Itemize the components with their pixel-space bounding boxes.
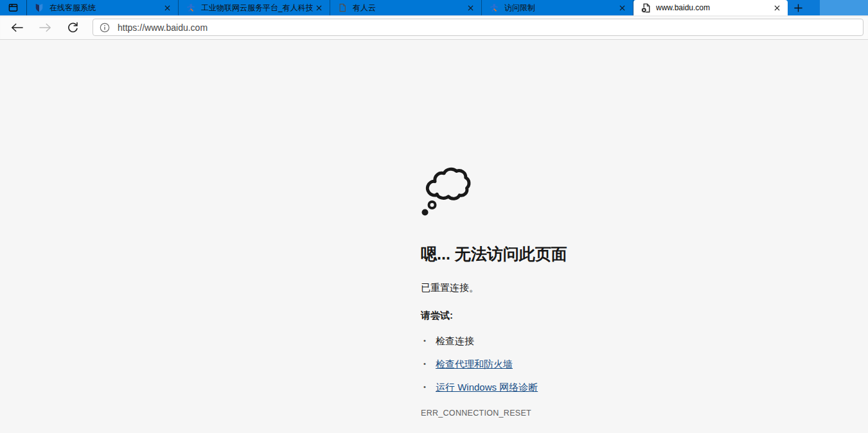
bullet-icon: • [423, 335, 428, 347]
suggestion-check-connection: 检查连接 [436, 335, 474, 347]
list-item: • 运行 Windows 网络诊断 [421, 381, 806, 393]
tab-title: 工业物联网云服务平台_有人科技 [201, 3, 313, 13]
page-content: 嗯... 无法访问此页面 已重置连接。 请尝试: • 检查连接 • 检查代理和防… [0, 40, 868, 433]
close-icon[interactable] [465, 2, 476, 13]
forward-arrow-icon [39, 22, 51, 33]
refresh-icon [67, 21, 79, 33]
tab-title: www.baidu.com [656, 3, 771, 12]
tab-usr-cloud[interactable]: 有人云 [330, 0, 482, 15]
suggestion-list: • 检查连接 • 检查代理和防火墙 • 运行 Windows 网络诊断 [421, 335, 806, 393]
u-shield-logo-icon [35, 3, 44, 12]
error-content: 嗯... 无法访问此页面 已重置连接。 请尝试: • 检查连接 • 检查代理和防… [421, 164, 806, 433]
tab-baidu-active[interactable]: www.baidu.com [633, 0, 788, 15]
tab-layout-icon [8, 3, 18, 12]
close-icon[interactable] [771, 2, 783, 13]
list-item: • 检查连接 [421, 335, 806, 347]
try-label: 请尝试: [421, 310, 806, 322]
thought-cloud-icon [421, 164, 806, 218]
error-message: 已重置连接。 [421, 282, 806, 294]
back-arrow-icon [11, 22, 24, 33]
address-bar[interactable]: https://www.baidu.com [93, 19, 864, 36]
blank-page-icon [338, 3, 347, 12]
plus-icon [793, 3, 803, 13]
tab-title: 在线客服系统 [49, 3, 161, 13]
bullet-icon: • [423, 358, 428, 370]
back-button[interactable] [6, 17, 28, 38]
list-item: • 检查代理和防火墙 [421, 358, 806, 370]
window-frame-area [820, 0, 868, 15]
url-text[interactable]: https://www.baidu.com [118, 22, 208, 33]
error-page-icon [641, 3, 650, 12]
suggestion-run-network-diagnostics-link[interactable]: 运行 Windows 网络诊断 [436, 381, 538, 393]
site-info-icon[interactable] [100, 22, 110, 33]
suggestion-check-proxy-firewall-link[interactable]: 检查代理和防火墙 [436, 358, 513, 370]
tab-bar: 在线客服系统 工业物联网云服务平台_有人科技 有人云 [0, 0, 868, 15]
tab-title: 有人云 [353, 3, 465, 13]
close-icon[interactable] [313, 2, 324, 13]
tab-actions-button[interactable] [0, 0, 27, 15]
error-heading: 嗯... 无法访问此页面 [421, 243, 806, 264]
tab-online-service[interactable]: 在线客服系统 [27, 0, 179, 15]
close-icon[interactable] [616, 2, 628, 13]
close-icon[interactable] [161, 2, 173, 13]
usr-person-logo-icon [186, 3, 195, 12]
new-tab-button[interactable] [788, 0, 820, 15]
refresh-button[interactable] [62, 17, 84, 38]
usr-person-logo-icon [490, 3, 499, 12]
tab-title: 访问限制 [504, 3, 616, 13]
tab-iot-platform[interactable]: 工业物联网云服务平台_有人科技 [179, 0, 330, 15]
tab-access-restricted[interactable]: 访问限制 [482, 0, 633, 15]
navigation-bar: https://www.baidu.com [0, 15, 868, 40]
error-code: ERR_CONNECTION_RESET [421, 409, 806, 418]
forward-button [34, 17, 56, 38]
bullet-icon: • [423, 381, 428, 393]
